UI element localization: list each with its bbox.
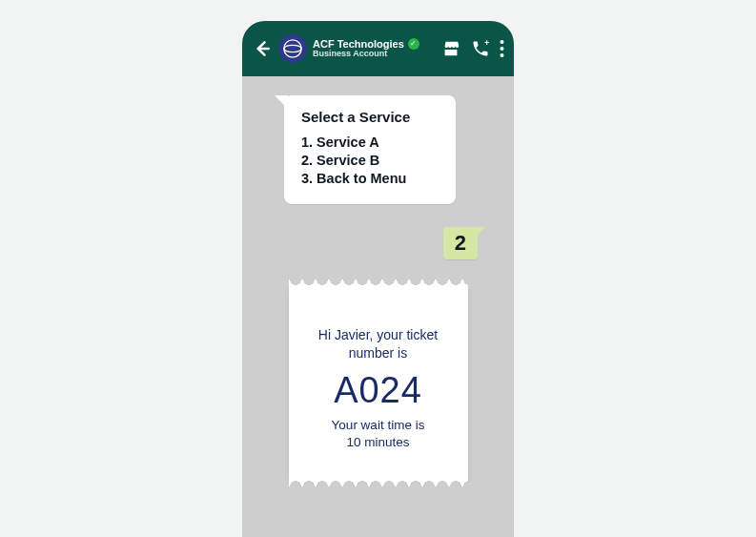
svg-point-5 <box>501 40 504 44</box>
menu-option: 3. Back to Menu <box>301 171 439 186</box>
ticket-number: A024 <box>298 370 459 411</box>
header-title-block[interactable]: ACF Technologies ✓ Business Account <box>313 38 435 59</box>
more-options-icon[interactable] <box>500 40 504 57</box>
header-actions: + <box>440 38 504 59</box>
business-avatar[interactable] <box>278 34 307 63</box>
menu-option: 2. Service B <box>301 153 439 168</box>
chat-body: Select a Service 1. Service A 2. Service… <box>242 76 514 480</box>
menu-option: 1. Service A <box>301 134 439 150</box>
outgoing-message-reply: 2 <box>443 227 478 259</box>
svg-text:+: + <box>484 39 489 48</box>
back-icon[interactable] <box>252 39 273 58</box>
chat-header: ACF Technologies ✓ Business Account + <box>242 21 514 76</box>
ticket-card: Hi Javier, your ticket number is A024 Yo… <box>289 286 468 480</box>
incoming-message-ticket: Hi Javier, your ticket number is A024 Yo… <box>289 286 468 480</box>
menu-heading: Select a Service <box>301 109 439 125</box>
svg-point-6 <box>501 47 504 51</box>
store-icon[interactable] <box>440 38 461 59</box>
ticket-greeting: Hi Javier, your ticket number is <box>298 326 459 362</box>
chat-screen: ACF Technologies ✓ Business Account + Se… <box>242 21 514 537</box>
incoming-message-service-menu: Select a Service 1. Service A 2. Service… <box>284 95 456 204</box>
reply-text: 2 <box>455 231 466 255</box>
call-icon[interactable]: + <box>471 39 490 58</box>
svg-point-7 <box>501 53 504 57</box>
ticket-wait-time: Your wait time is 10 minutes <box>298 417 459 451</box>
verified-badge-icon: ✓ <box>408 38 419 50</box>
account-type: Business Account <box>313 50 435 59</box>
